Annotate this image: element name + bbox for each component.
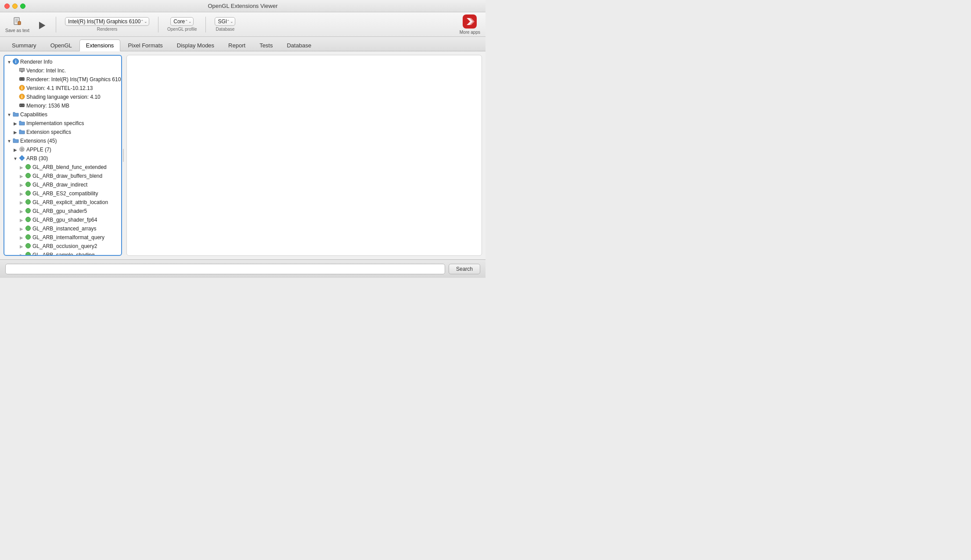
renderer-select-wrapper[interactable]: Intel(R) Iris(TM) Graphics 6100 [65, 17, 149, 26]
search-input[interactable] [5, 264, 445, 274]
tree-item[interactable]: Extension specifics [4, 128, 121, 136]
tree-item[interactable]: Vendor: Intel Inc. [4, 66, 121, 75]
tree-arrow-icon[interactable] [6, 60, 12, 65]
tree-arrow-icon[interactable] [18, 174, 25, 179]
play-button[interactable] [36, 18, 47, 31]
database-select[interactable]: SGI [215, 17, 235, 26]
tree-item[interactable]: Memory: 1536 MB [4, 101, 121, 110]
tab-display-modes[interactable]: Display Modes [170, 39, 221, 51]
tree-item[interactable]: GL_ARB_blend_func_extended [4, 163, 121, 172]
save-as-text-button[interactable]: Save as text [5, 16, 29, 33]
tree-arrow-icon[interactable] [18, 191, 25, 196]
tree-item-label: GL_ARB_draw_buffers_blend [32, 173, 102, 179]
tree-item[interactable]: iVersion: 4.1 INTEL-10.12.13 [4, 84, 121, 93]
close-button[interactable] [4, 4, 10, 9]
tab-bar: SummaryOpenGLExtensionsPixel FormatsDisp… [0, 37, 486, 51]
divider-2 [158, 17, 158, 32]
svg-text:i: i [22, 94, 23, 99]
splitter[interactable] [122, 51, 125, 259]
tree-item-icon [25, 226, 32, 232]
tree-item[interactable]: GL_ARB_occlusion_query2 [4, 242, 121, 251]
tree-item-icon [25, 217, 32, 223]
tab-database[interactable]: Database [280, 39, 318, 51]
tree-item[interactable]: GL_ARB_draw_indirect [4, 180, 121, 189]
profile-select[interactable]: Core [170, 17, 194, 26]
tree-arrow-icon[interactable] [18, 209, 25, 214]
svg-point-25 [26, 182, 31, 187]
svg-point-23 [26, 164, 31, 169]
more-apps-button[interactable]: More apps [460, 14, 480, 35]
tree-item-label: GL_ARB_explicit_attrib_location [32, 199, 108, 205]
tree-arrow-icon[interactable] [12, 156, 18, 161]
opengl-profile-label: OpenGL profile [167, 27, 197, 32]
tree-arrow-icon[interactable] [6, 139, 12, 144]
tree-item[interactable]: GL_ARB_gpu_shader5 [4, 207, 121, 215]
tab-summary[interactable]: Summary [5, 39, 43, 51]
tree-item-icon [18, 120, 25, 127]
tab-tests[interactable]: Tests [253, 39, 279, 51]
tree-item[interactable]: Capabilities [4, 110, 121, 119]
tree-arrow-icon[interactable] [12, 121, 18, 126]
tree-arrow-icon[interactable] [6, 112, 12, 117]
renderer-select[interactable]: Intel(R) Iris(TM) Graphics 6100 [65, 17, 149, 26]
tab-extensions[interactable]: Extensions [79, 39, 121, 51]
tree-item[interactable]: ARB (30) [4, 154, 121, 163]
minimize-button[interactable] [12, 4, 18, 9]
divider-1 [56, 17, 56, 32]
app-title: OpenGL Extensions Viewer [208, 3, 278, 9]
svg-marker-5 [39, 22, 45, 29]
more-apps-icon [463, 14, 477, 29]
tree-view[interactable]: iRenderer InfoVendor: Intel Inc.Renderer… [4, 56, 121, 255]
tree-item[interactable]: GL_ARB_internalformat_query [4, 233, 121, 242]
tree-arrow-icon[interactable] [12, 130, 18, 135]
tree-item[interactable]: GL_ARB_sample_shading [4, 251, 121, 255]
tree-item[interactable]: ⌘APPLE (7) [4, 145, 121, 154]
tree-arrow-icon[interactable] [18, 253, 25, 255]
tab-report[interactable]: Report [222, 39, 252, 51]
tree-item[interactable]: iRenderer Info [4, 57, 121, 66]
database-selector-group: SGI Database [215, 17, 235, 32]
renderers-label: Renderers [97, 27, 118, 32]
tree-arrow-icon[interactable] [12, 147, 18, 152]
tree-arrow-icon[interactable] [18, 244, 25, 249]
tree-item-icon: ⌘ [18, 146, 25, 154]
tree-item[interactable]: Renderer: Intel(R) Iris(TM) Graphics 610… [4, 75, 121, 84]
database-select-wrapper[interactable]: SGI [215, 17, 235, 26]
tree-item-icon [25, 190, 32, 197]
tab-pixel-formats[interactable]: Pixel Formats [121, 39, 169, 51]
tree-item-icon [25, 199, 32, 206]
svg-rect-18 [19, 104, 25, 107]
tree-item[interactable]: GL_ARB_instanced_arrays [4, 224, 121, 233]
tree-item[interactable]: Extensions (45) [4, 136, 121, 145]
tree-item-icon [25, 252, 32, 255]
tree-arrow-icon[interactable] [18, 200, 25, 205]
svg-point-31 [26, 234, 31, 239]
tree-arrow-icon[interactable] [18, 235, 25, 240]
tree-item-icon [18, 67, 25, 75]
search-button[interactable]: Search [449, 264, 480, 274]
tree-item[interactable]: GL_ARB_ES2_compatibility [4, 189, 121, 198]
bottom-bar: Search [0, 259, 486, 278]
tree-item-icon: i [18, 85, 25, 92]
tree-item-icon [18, 155, 25, 162]
tree-item[interactable]: GL_ARB_explicit_attrib_location [4, 198, 121, 207]
tree-item-icon [18, 129, 25, 136]
svg-text:⌘: ⌘ [20, 147, 24, 152]
profile-select-wrapper[interactable]: Core [170, 17, 194, 26]
svg-rect-11 [19, 77, 25, 81]
tree-arrow-icon[interactable] [18, 226, 25, 231]
tree-item-icon [25, 173, 32, 179]
svg-point-33 [26, 252, 31, 255]
tree-item[interactable]: GL_ARB_draw_buffers_blend [4, 172, 121, 180]
tree-item[interactable]: iShading language version: 4.10 [4, 93, 121, 101]
tree-arrow-icon[interactable] [18, 183, 25, 187]
tree-item-icon [12, 111, 19, 118]
tree-item[interactable]: Implementation specifics [4, 119, 121, 128]
tree-arrow-icon[interactable] [18, 218, 25, 223]
renderer-selector-group: Intel(R) Iris(TM) Graphics 6100 Renderer… [65, 17, 149, 32]
tree-item[interactable]: GL_ARB_gpu_shader_fp64 [4, 215, 121, 224]
tab-opengl[interactable]: OpenGL [44, 39, 79, 51]
tree-arrow-icon[interactable] [18, 165, 25, 170]
svg-point-20 [23, 105, 24, 106]
maximize-button[interactable] [20, 4, 25, 9]
